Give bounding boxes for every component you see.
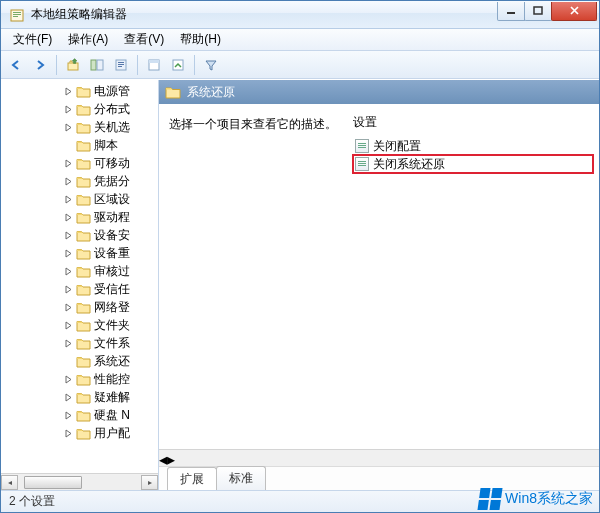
expand-icon[interactable] xyxy=(63,158,74,169)
forward-button[interactable] xyxy=(29,54,51,76)
svg-rect-1 xyxy=(13,12,21,13)
tab-extended[interactable]: 扩展 xyxy=(167,467,217,490)
back-button[interactable] xyxy=(5,54,27,76)
folder-icon xyxy=(76,265,91,278)
tree-item[interactable]: 分布式 xyxy=(1,100,158,118)
expand-icon[interactable] xyxy=(63,266,74,277)
tree-item[interactable]: 系统还 xyxy=(1,352,158,370)
tree[interactable]: 电源管分布式关机选脚本可移动凭据分区域设驱动程设备安设备重审核过受信任网络登文件… xyxy=(1,80,158,473)
expand-icon[interactable] xyxy=(63,374,74,385)
help-button[interactable] xyxy=(167,54,189,76)
tree-item[interactable]: 文件系 xyxy=(1,334,158,352)
show-tree-button[interactable] xyxy=(86,54,108,76)
expand-icon[interactable] xyxy=(63,230,74,241)
filter-button[interactable] xyxy=(200,54,222,76)
settings-header: 设置 xyxy=(353,114,593,131)
folder-icon xyxy=(76,85,91,98)
export-list-button[interactable] xyxy=(110,54,132,76)
statusbar: 2 个设置 xyxy=(1,490,599,512)
tree-item[interactable]: 硬盘 N xyxy=(1,406,158,424)
expand-icon[interactable] xyxy=(63,302,74,313)
folder-icon xyxy=(76,337,91,350)
expand-icon[interactable] xyxy=(63,212,74,223)
scroll-left-button[interactable]: ◂ xyxy=(159,450,167,466)
svg-rect-10 xyxy=(118,62,124,63)
tree-item-label: 电源管 xyxy=(94,83,130,100)
expand-icon[interactable] xyxy=(63,104,74,115)
setting-item[interactable]: 关闭配置 xyxy=(353,137,593,155)
tree-item-label: 文件夹 xyxy=(94,317,130,334)
toolbar xyxy=(1,51,599,79)
expand-icon[interactable] xyxy=(63,176,74,187)
scroll-right-button[interactable]: ▸ xyxy=(167,450,175,466)
scroll-right-button[interactable]: ▸ xyxy=(141,475,158,490)
details-header: 系统还原 xyxy=(159,80,599,104)
expand-icon[interactable] xyxy=(63,284,74,295)
svg-rect-6 xyxy=(68,63,78,70)
tree-hscrollbar[interactable]: ◂ ▸ xyxy=(1,473,158,490)
tree-item-label: 可移动 xyxy=(94,155,130,172)
tree-item[interactable]: 驱动程 xyxy=(1,208,158,226)
separator xyxy=(56,55,57,75)
folder-icon xyxy=(76,211,91,224)
expand-icon[interactable] xyxy=(63,140,74,151)
expand-icon[interactable] xyxy=(63,122,74,133)
app-window: 本地组策略编辑器 文件(F) 操作(A) 查看(V) 帮助(H) 电源管分布式关… xyxy=(0,0,600,513)
details-hscrollbar[interactable]: ◂ ▸ xyxy=(159,449,599,466)
folder-icon xyxy=(76,409,91,422)
expand-icon[interactable] xyxy=(63,356,74,367)
tree-item[interactable]: 受信任 xyxy=(1,280,158,298)
details-pane: 系统还原 选择一个项目来查看它的描述。 设置 关闭配置关闭系统还原 ◂ ▸ 扩展… xyxy=(159,80,599,490)
tree-item[interactable]: 设备安 xyxy=(1,226,158,244)
folder-icon xyxy=(76,229,91,242)
expand-icon[interactable] xyxy=(63,428,74,439)
tree-item[interactable]: 网络登 xyxy=(1,298,158,316)
maximize-button[interactable] xyxy=(524,2,552,21)
expand-icon[interactable] xyxy=(63,86,74,97)
tree-item-label: 疑难解 xyxy=(94,389,130,406)
menu-view[interactable]: 查看(V) xyxy=(116,29,172,50)
expand-icon[interactable] xyxy=(63,410,74,421)
tree-item[interactable]: 可移动 xyxy=(1,154,158,172)
tree-pane: 电源管分布式关机选脚本可移动凭据分区域设驱动程设备安设备重审核过受信任网络登文件… xyxy=(1,80,159,490)
folder-icon xyxy=(76,247,91,260)
close-button[interactable] xyxy=(551,2,597,21)
tree-item[interactable]: 用户配 xyxy=(1,424,158,442)
minimize-button[interactable] xyxy=(497,2,525,21)
tree-item[interactable]: 文件夹 xyxy=(1,316,158,334)
scroll-thumb[interactable] xyxy=(24,476,82,489)
tree-item[interactable]: 凭据分 xyxy=(1,172,158,190)
tree-item[interactable]: 审核过 xyxy=(1,262,158,280)
tree-item-label: 硬盘 N xyxy=(94,407,130,424)
up-button[interactable] xyxy=(62,54,84,76)
tab-standard[interactable]: 标准 xyxy=(216,466,266,490)
refresh-button[interactable] xyxy=(143,54,165,76)
tree-item[interactable]: 性能控 xyxy=(1,370,158,388)
svg-rect-3 xyxy=(13,16,18,17)
expand-icon[interactable] xyxy=(63,194,74,205)
tree-item[interactable]: 电源管 xyxy=(1,82,158,100)
scroll-track[interactable] xyxy=(18,475,141,490)
expand-icon[interactable] xyxy=(63,320,74,331)
folder-icon xyxy=(76,355,91,368)
menu-file[interactable]: 文件(F) xyxy=(5,29,60,50)
tree-item[interactable]: 关机选 xyxy=(1,118,158,136)
tree-item[interactable]: 设备重 xyxy=(1,244,158,262)
svg-rect-7 xyxy=(91,60,96,70)
tree-item[interactable]: 区域设 xyxy=(1,190,158,208)
scroll-left-button[interactable]: ◂ xyxy=(1,475,18,490)
description-column: 选择一个项目来查看它的描述。 xyxy=(159,104,347,449)
svg-rect-5 xyxy=(534,7,542,14)
setting-item[interactable]: 关闭系统还原 xyxy=(353,155,593,173)
menu-help[interactable]: 帮助(H) xyxy=(172,29,229,50)
expand-icon[interactable] xyxy=(63,392,74,403)
tree-item-label: 网络登 xyxy=(94,299,130,316)
expand-icon[interactable] xyxy=(63,248,74,259)
expand-icon[interactable] xyxy=(63,338,74,349)
tree-item[interactable]: 疑难解 xyxy=(1,388,158,406)
policy-icon xyxy=(355,139,369,153)
svg-rect-2 xyxy=(13,14,21,15)
titlebar: 本地组策略编辑器 xyxy=(1,1,599,29)
tree-item[interactable]: 脚本 xyxy=(1,136,158,154)
menu-action[interactable]: 操作(A) xyxy=(60,29,116,50)
